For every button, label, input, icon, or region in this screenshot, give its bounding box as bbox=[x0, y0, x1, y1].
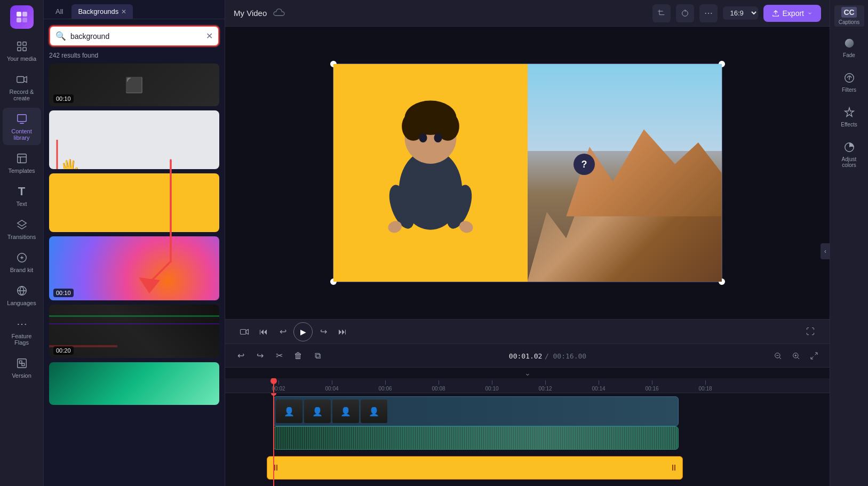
cloud-save-icon[interactable] bbox=[273, 7, 285, 19]
more-options-btn[interactable]: ⋯ bbox=[699, 4, 718, 22]
crop-btn[interactable] bbox=[652, 4, 671, 22]
svg-point-40 bbox=[845, 39, 854, 48]
tracks-container: 00:02 00:04 00:06 00:08 00:10 00:12 00:1… bbox=[225, 378, 830, 486]
svg-line-32 bbox=[779, 357, 781, 358]
search-area: 🔍 ✕ bbox=[44, 19, 225, 50]
export-btn[interactable]: Export bbox=[763, 5, 821, 22]
sidebar-item-templates[interactable]: Templates bbox=[3, 147, 41, 178]
sidebar-item-languages[interactable]: Languages bbox=[3, 280, 41, 310]
forward-btn[interactable]: ↪ bbox=[315, 323, 332, 340]
ruler-mark-8: 00:18 bbox=[679, 380, 732, 392]
cc-icon: CC bbox=[841, 7, 856, 18]
sidebar-item-feature-flags[interactable]: ⋯ FeatureFlags bbox=[3, 313, 41, 350]
duration-badge: 00:10 bbox=[53, 94, 74, 103]
sidebar-label: Contentlibrary bbox=[11, 128, 32, 141]
duplicate-btn[interactable]: ⧉ bbox=[309, 348, 325, 364]
duration-badge: 00:10 bbox=[53, 289, 74, 297]
svg-rect-29 bbox=[241, 329, 246, 334]
sidebar-label: Brand kit bbox=[10, 267, 33, 273]
fit-timeline-btn[interactable] bbox=[806, 348, 822, 364]
tab-backgrounds[interactable]: Backgrounds ✕ bbox=[71, 4, 133, 19]
svg-line-39 bbox=[811, 356, 814, 359]
zoom-controls bbox=[770, 348, 822, 364]
search-clear-btn[interactable]: ✕ bbox=[206, 31, 213, 41]
timeline-toolbar: ↩ ↪ ✂ 🗑 ⧉ 00:01.02 / 00:16.00 bbox=[225, 344, 830, 368]
aspect-ratio-select[interactable]: 16:9 bbox=[723, 6, 758, 20]
fade-label: Fade bbox=[843, 52, 855, 58]
media-item-gradient[interactable]: 00:10 bbox=[49, 236, 219, 300]
camera-ctrl-btn[interactable] bbox=[236, 323, 253, 340]
timeline-chevron[interactable]: ⌄ bbox=[225, 368, 830, 378]
topbar-right: ⋯ 16:9 Export bbox=[652, 4, 821, 22]
sidebar-item-transitions[interactable]: Transitions bbox=[3, 213, 41, 244]
svg-rect-3 bbox=[22, 18, 27, 22]
help-btn[interactable]: ? bbox=[574, 154, 595, 175]
time-display: 00:01.02 / 00:16.00 bbox=[509, 351, 586, 361]
video-track[interactable]: 👤 👤 👤 👤 bbox=[273, 396, 679, 426]
rotate-btn[interactable] bbox=[676, 4, 694, 22]
play-btn[interactable]: ▶ bbox=[293, 322, 313, 341]
rp-fade[interactable]: Fade bbox=[832, 31, 866, 63]
video-frame bbox=[333, 63, 722, 282]
sidebar-item-record-create[interactable]: Record &create bbox=[3, 68, 41, 106]
skip-end-btn[interactable]: ⏭ bbox=[334, 323, 351, 340]
text-icon: T bbox=[15, 185, 29, 198]
left-sidebar: Your media Record &create Contentlibrary… bbox=[0, 0, 44, 486]
playback-controls: ⏮ ↩ ▶ ↪ ⏭ ⛶ bbox=[225, 319, 830, 344]
rp-adjust-colors[interactable]: Adjustcolors bbox=[832, 135, 866, 173]
audio-track[interactable] bbox=[273, 426, 679, 450]
filters-label: Filters bbox=[842, 87, 856, 93]
sidebar-label: Text bbox=[16, 201, 27, 207]
ruler-mark-1: 00:04 bbox=[305, 380, 359, 392]
redo-btn[interactable]: ↪ bbox=[252, 348, 268, 364]
adjust-colors-label: Adjustcolors bbox=[842, 156, 857, 168]
fullscreen-btn[interactable]: ⛶ bbox=[802, 323, 819, 340]
sidebar-item-brand-kit[interactable]: Brand kit bbox=[3, 246, 41, 277]
timeline-playhead[interactable] bbox=[273, 378, 274, 393]
zoom-out-btn[interactable] bbox=[770, 348, 786, 364]
media-item-white[interactable]: 🖐 bbox=[49, 110, 219, 169]
svg-rect-9 bbox=[17, 115, 26, 122]
video-left-panel bbox=[333, 64, 528, 282]
media-item-glitch[interactable]: 00:20 bbox=[49, 305, 219, 358]
track-pause-left-btn[interactable]: ⏸ bbox=[272, 463, 280, 473]
rewind-btn[interactable]: ↩ bbox=[274, 323, 291, 340]
tab-all[interactable]: All bbox=[49, 4, 69, 19]
app-logo[interactable] bbox=[10, 5, 34, 29]
ruler-mark-2: 00:06 bbox=[359, 380, 412, 392]
yellow-bg-preview bbox=[49, 173, 219, 232]
tab-close-btn[interactable]: ✕ bbox=[121, 8, 126, 15]
search-input[interactable] bbox=[70, 32, 202, 41]
panel-collapse-btn[interactable]: ‹ bbox=[821, 243, 830, 259]
results-count: 242 results found bbox=[44, 50, 225, 63]
skip-back-btn[interactable]: ⏮ bbox=[255, 323, 272, 340]
project-title: My Video bbox=[234, 9, 267, 18]
media-item-yellow[interactable] bbox=[49, 173, 219, 232]
sidebar-item-your-media[interactable]: Your media bbox=[3, 35, 41, 66]
version-icon bbox=[15, 356, 29, 370]
main-area: My Video ⋯ 16:9 Export bbox=[225, 0, 830, 486]
thumb-figure-2: 👤 bbox=[304, 400, 331, 423]
sidebar-item-text[interactable]: T Text bbox=[3, 180, 41, 211]
sidebar-item-content-library[interactable]: Contentlibrary bbox=[3, 108, 41, 145]
sidebar-item-version[interactable]: Version bbox=[3, 352, 41, 383]
yellow-track[interactable]: ⏸ ⏸ bbox=[267, 456, 683, 480]
thumb-figure-3: 👤 bbox=[332, 400, 359, 423]
your-media-icon bbox=[15, 39, 29, 53]
delete-btn[interactable]: 🗑 bbox=[290, 348, 306, 364]
svg-line-35 bbox=[798, 357, 799, 358]
timeline-tools: ↩ ↪ ✂ 🗑 ⧉ bbox=[233, 348, 325, 364]
right-panel: CC Captions Fade Filters Effects Adjustc… bbox=[830, 0, 868, 486]
svg-rect-1 bbox=[22, 12, 27, 17]
captions-badge[interactable]: CC Captions bbox=[834, 5, 864, 27]
cut-btn[interactable]: ✂ bbox=[271, 348, 287, 364]
ruler-mark-6: 00:14 bbox=[572, 380, 625, 392]
rp-filters[interactable]: Filters bbox=[832, 66, 866, 98]
zoom-in-btn[interactable] bbox=[788, 348, 804, 364]
media-item-dark[interactable]: ⬛ 00:10 bbox=[49, 63, 219, 106]
track-pause-right-btn[interactable]: ⏸ bbox=[670, 463, 678, 473]
undo-btn[interactable]: ↩ bbox=[233, 348, 249, 364]
media-item-green[interactable] bbox=[49, 362, 219, 405]
topbar: My Video ⋯ 16:9 Export bbox=[225, 0, 830, 27]
rp-effects[interactable]: Effects bbox=[832, 100, 866, 133]
